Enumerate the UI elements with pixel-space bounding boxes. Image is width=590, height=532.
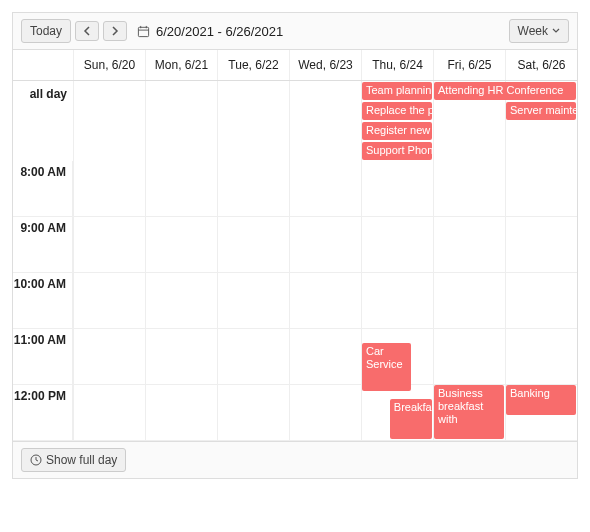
calendar-toolbar: Today 6/20/2021 - 6/26/2021 Week xyxy=(13,13,577,50)
allday-label: all day xyxy=(13,81,73,161)
hour-label: 9:00 AM xyxy=(13,217,73,272)
timed-event[interactable]: Car Service xyxy=(362,343,411,391)
day-header[interactable]: Tue, 6/22 xyxy=(217,50,289,80)
chevron-right-icon xyxy=(111,26,119,36)
show-full-day-label: Show full day xyxy=(46,453,117,467)
date-range-text: 6/20/2021 - 6/26/2021 xyxy=(156,24,283,39)
hour-label: 12:00 PM xyxy=(13,385,73,440)
timed-event[interactable]: Business breakfast with xyxy=(434,385,504,439)
allday-event[interactable]: Support Phone xyxy=(362,142,432,160)
timed-event[interactable]: Banking xyxy=(506,385,576,415)
calendar-footer: Show full day xyxy=(13,441,577,478)
next-button[interactable] xyxy=(103,21,127,41)
day-header[interactable]: Wed, 6/23 xyxy=(289,50,361,80)
calendar-week-view: Today 6/20/2021 - 6/26/2021 Week Su xyxy=(12,12,578,479)
day-header[interactable]: Fri, 6/25 xyxy=(433,50,505,80)
view-select[interactable]: Week xyxy=(509,19,569,43)
timed-event[interactable]: Breakfast xyxy=(390,399,432,439)
day-header[interactable]: Sat, 6/26 xyxy=(505,50,577,80)
allday-event[interactable]: Team planning xyxy=(362,82,432,100)
allday-event[interactable]: Attending HR Conference xyxy=(434,82,576,100)
day-header-row: Sun, 6/20 Mon, 6/21 Tue, 6/22 Wed, 6/23 … xyxy=(13,50,577,81)
prev-button[interactable] xyxy=(75,21,99,41)
date-range[interactable]: 6/20/2021 - 6/26/2021 xyxy=(137,24,283,39)
day-header[interactable]: Mon, 6/21 xyxy=(145,50,217,80)
day-header[interactable]: Thu, 6/24 xyxy=(361,50,433,80)
view-select-label: Week xyxy=(518,24,548,38)
clock-icon xyxy=(30,454,42,466)
hour-label: 11:00 AM xyxy=(13,329,73,384)
show-full-day-button[interactable]: Show full day xyxy=(21,448,126,472)
day-header[interactable]: Sun, 6/20 xyxy=(73,50,145,80)
allday-event[interactable]: Register new xyxy=(362,122,432,140)
chevron-left-icon xyxy=(83,26,91,36)
today-button[interactable]: Today xyxy=(21,19,71,43)
allday-body[interactable]: Team planning Attending HR Conference Re… xyxy=(73,81,577,161)
caret-down-icon xyxy=(552,28,560,34)
calendar-icon xyxy=(137,25,150,38)
allday-event[interactable]: Replace the printer xyxy=(362,102,432,120)
allday-event[interactable]: Server maintenance xyxy=(506,102,576,120)
hour-label: 10:00 AM xyxy=(13,273,73,328)
allday-section: all day Team planning Attending HR Confe… xyxy=(13,81,577,161)
time-grid[interactable]: 8:00 AM 9:00 AM 10:00 AM 11:00 AM 12:00 … xyxy=(13,161,577,441)
svg-rect-0 xyxy=(138,27,148,36)
hour-label: 8:00 AM xyxy=(13,161,73,216)
